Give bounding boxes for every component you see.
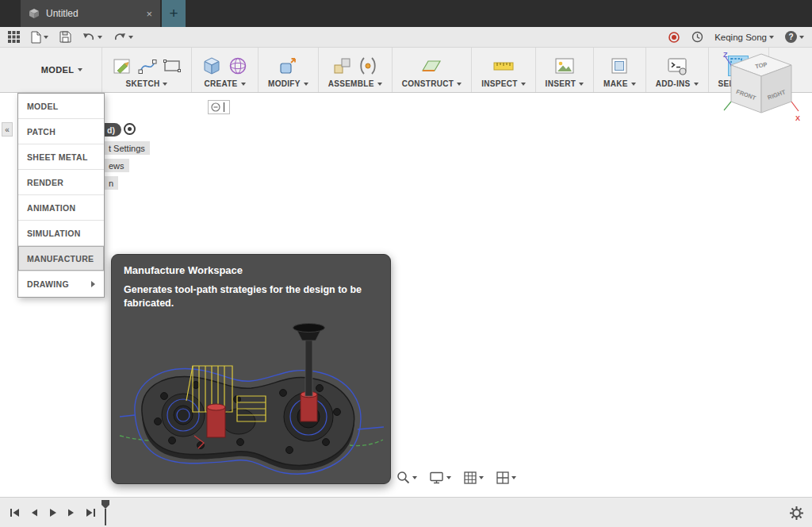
clear-search-icon[interactable] bbox=[211, 102, 220, 112]
user-account-menu[interactable]: Keqing Song bbox=[714, 33, 774, 42]
toolbar-group-construct: CONSTRUCT bbox=[392, 48, 471, 92]
chevron-down-icon bbox=[769, 36, 774, 39]
menu-item-label: PATCH bbox=[27, 127, 56, 137]
workspace-menu-item-patch[interactable]: PATCH bbox=[18, 119, 104, 144]
chevron-down-icon bbox=[446, 476, 451, 479]
document-tab[interactable]: Untitled × bbox=[21, 0, 160, 27]
play-button[interactable] bbox=[48, 508, 57, 517]
chevron-down-icon bbox=[78, 68, 82, 71]
canvas-navigation-bar bbox=[396, 471, 516, 484]
skip-end-icon bbox=[86, 508, 96, 517]
toolbar-group-modify: MODIFY bbox=[258, 48, 318, 92]
toolbar-group-insert-dropdown[interactable]: INSERT bbox=[546, 79, 584, 90]
browser-search-field[interactable] bbox=[208, 100, 230, 114]
create-box-icon[interactable] bbox=[201, 56, 222, 76]
clock-icon bbox=[691, 31, 703, 43]
workspace-menu-item-model[interactable]: MODEL bbox=[18, 94, 104, 119]
cam-toolpath-preview bbox=[118, 318, 385, 477]
toolbar-group-make: MAKE bbox=[593, 48, 645, 92]
go-to-beginning-button[interactable] bbox=[10, 508, 20, 517]
toolbar-group-assemble-dropdown[interactable]: ASSEMBLE bbox=[328, 79, 382, 90]
toolbar-group-label: SKETCH bbox=[126, 79, 160, 88]
toolbar-group-insert: INSERT bbox=[535, 48, 593, 92]
toolbar-group-make-dropdown[interactable]: MAKE bbox=[603, 79, 636, 90]
toolbar-group-modify-dropdown[interactable]: MODIFY bbox=[268, 79, 308, 90]
new-component-icon[interactable] bbox=[332, 56, 353, 76]
spline-tool-icon[interactable] bbox=[138, 56, 157, 75]
display-settings-button[interactable] bbox=[430, 471, 451, 484]
workspace-menu-item-sheet-metal[interactable]: SHEET METAL bbox=[18, 144, 104, 170]
app-launcher-grid-icon[interactable] bbox=[8, 31, 20, 43]
document-cube-icon bbox=[29, 8, 40, 19]
toolbar-group-sketch-dropdown[interactable]: SKETCH bbox=[126, 79, 168, 90]
menu-item-label: ANIMATION bbox=[27, 203, 75, 213]
browser-row-origin[interactable]: n bbox=[104, 176, 118, 190]
zoom-tools-button[interactable] bbox=[396, 471, 417, 484]
chevron-down-icon bbox=[377, 83, 382, 86]
scripts-addins-icon[interactable] bbox=[667, 56, 688, 75]
make-icon[interactable] bbox=[610, 56, 629, 75]
toolbar-group-label: CREATE bbox=[204, 79, 237, 88]
chevron-down-icon bbox=[98, 36, 102, 39]
step-back-button[interactable] bbox=[30, 508, 38, 517]
grid-and-snaps-button[interactable] bbox=[464, 471, 484, 484]
step-forward-button[interactable] bbox=[67, 508, 75, 517]
timeline-settings-button[interactable] bbox=[789, 506, 804, 524]
grid-icon bbox=[8, 31, 20, 43]
viewports-button[interactable] bbox=[496, 471, 516, 484]
workspace-menu-item-manufacture[interactable]: MANUFACTURE bbox=[18, 246, 104, 271]
visibility-toggle-icon[interactable] bbox=[124, 123, 136, 135]
toolbar-group-create-dropdown[interactable]: CREATE bbox=[204, 79, 245, 90]
menu-item-label: RENDER bbox=[27, 178, 63, 187]
toolbar-group-assemble: ASSEMBLE bbox=[318, 48, 392, 92]
measure-icon[interactable] bbox=[492, 56, 515, 75]
create-sketch-icon[interactable] bbox=[112, 56, 132, 76]
chevron-down-icon bbox=[511, 476, 516, 479]
recent-activity-button[interactable] bbox=[691, 31, 703, 43]
save-icon bbox=[59, 31, 71, 43]
go-to-end-button[interactable] bbox=[86, 508, 96, 517]
file-tab-bar: Untitled × + bbox=[0, 0, 812, 27]
record-icon bbox=[668, 31, 680, 44]
browser-row-named-views[interactable]: ews bbox=[104, 159, 129, 172]
workspace-menu-item-drawing[interactable]: DRAWING bbox=[18, 271, 104, 297]
workspace-selector-button[interactable]: MODEL bbox=[22, 48, 102, 92]
joint-icon[interactable] bbox=[358, 56, 377, 76]
chevron-down-icon bbox=[304, 83, 308, 86]
close-tab-icon[interactable]: × bbox=[146, 9, 152, 19]
menu-item-label: SIMULATION bbox=[27, 229, 81, 238]
help-icon: ? bbox=[785, 31, 797, 43]
rectangle-tool-icon[interactable] bbox=[163, 56, 182, 75]
help-menu-button[interactable]: ? bbox=[785, 31, 804, 43]
play-icon bbox=[48, 508, 57, 517]
undo-button[interactable] bbox=[82, 32, 102, 42]
create-form-icon[interactable] bbox=[228, 56, 248, 76]
tooltip-body: Generates tool-path strategies for the d… bbox=[124, 283, 373, 310]
browser-row-document-settings[interactable]: t Settings bbox=[104, 141, 150, 155]
screencast-record-button[interactable] bbox=[668, 31, 680, 44]
redo-button[interactable] bbox=[113, 32, 133, 42]
timeline-bar bbox=[0, 497, 812, 527]
new-tab-button[interactable]: + bbox=[162, 0, 186, 27]
toolbar-group-label: INSERT bbox=[546, 79, 576, 88]
workspace-menu-item-render[interactable]: RENDER bbox=[18, 170, 104, 195]
toolbar-group-construct-dropdown[interactable]: CONSTRUCT bbox=[402, 79, 462, 90]
toolbar-group-inspect-dropdown[interactable]: INSPECT bbox=[481, 79, 525, 90]
browser-document-node[interactable]: d) bbox=[104, 123, 121, 137]
timeline-position-marker[interactable] bbox=[102, 500, 109, 525]
monitor-icon bbox=[430, 471, 444, 484]
insert-image-icon[interactable] bbox=[554, 56, 575, 75]
menu-item-label: SHEET METAL bbox=[27, 152, 88, 162]
toolbar-group-addins-dropdown[interactable]: ADD-INS bbox=[656, 79, 699, 90]
construction-plane-icon[interactable] bbox=[420, 56, 442, 76]
press-pull-icon[interactable] bbox=[278, 56, 298, 76]
workspace-menu-item-animation[interactable]: ANIMATION bbox=[18, 195, 104, 221]
save-button[interactable] bbox=[59, 31, 71, 43]
file-menu-button[interactable] bbox=[31, 31, 48, 44]
collapse-browser-icon[interactable]: « bbox=[2, 122, 13, 137]
chevron-down-icon bbox=[128, 36, 133, 39]
chevron-down-icon bbox=[44, 36, 48, 39]
view-cube[interactable]: TOP FRONT RIGHT Z X bbox=[722, 49, 802, 133]
tooltip-title: Manufacture Workspace bbox=[124, 264, 378, 276]
workspace-menu-item-simulation[interactable]: SIMULATION bbox=[18, 221, 104, 246]
